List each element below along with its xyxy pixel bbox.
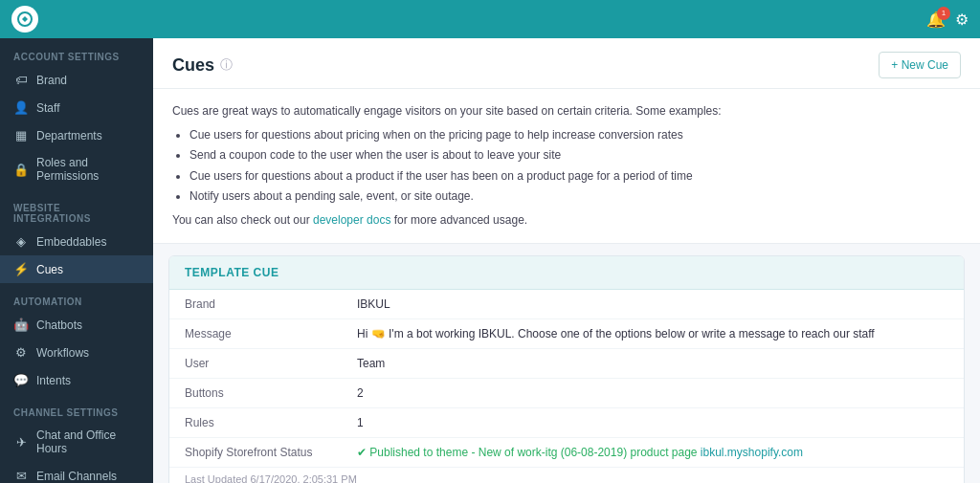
notifications-icon[interactable]: 🔔 1: [926, 11, 946, 29]
buttons-label: Buttons: [185, 386, 357, 400]
sidebar: ACCOUNT SETTINGS 🏷 Brand 👤 Staff ▦ Depar…: [0, 38, 153, 483]
staff-icon: 👤: [13, 100, 29, 115]
cues-icon: ⚡: [13, 262, 29, 276]
sidebar-item-label: Brand: [36, 74, 67, 87]
workflows-icon: ⚙: [13, 345, 29, 360]
template-cue-card: TEMPLATE CUE Brand IBKUL Message Hi 🤜 I'…: [168, 255, 965, 483]
brand-row: Brand IBKUL: [169, 290, 964, 319]
brand-label: Brand: [185, 297, 357, 311]
description-section: Cues are great ways to automatically eng…: [153, 89, 980, 244]
sidebar-item-label: Staff: [36, 101, 59, 115]
example-item: Send a coupon code to the user when the …: [189, 146, 961, 165]
description-text: Cues are great ways to automatically eng…: [172, 102, 961, 121]
shopify-value: ✔ Published to theme - New of work-itg (…: [357, 446, 948, 459]
shopify-link[interactable]: ibkul.myshopify.com: [701, 446, 803, 459]
sidebar-item-chat[interactable]: ✈ Chat and Office Hours: [0, 422, 153, 462]
sidebar-item-label: Workflows: [36, 346, 89, 360]
main-content: Cues ⓘ + New Cue Cues are great ways to …: [153, 38, 980, 483]
page-header: Cues ⓘ + New Cue: [153, 38, 980, 89]
notification-badge: 1: [937, 7, 950, 20]
sidebar-item-staff[interactable]: 👤 Staff: [0, 94, 153, 121]
roles-icon: 🔒: [13, 163, 29, 177]
developer-docs-link[interactable]: developer docs: [313, 213, 390, 227]
topbar-right: 🔔 1 ⚙: [926, 11, 969, 29]
rules-row: Rules 1: [169, 408, 964, 438]
email-icon: ✉: [13, 469, 29, 483]
sidebar-item-label: Cues: [36, 263, 63, 276]
account-settings-section: ACCOUNT SETTINGS: [0, 38, 153, 66]
info-icon[interactable]: ⓘ: [220, 56, 233, 74]
sidebar-item-brand[interactable]: 🏷 Brand: [0, 66, 153, 94]
example-item: Notify users about a pending sale, event…: [189, 187, 961, 206]
sidebar-item-label: Departments: [36, 129, 102, 143]
template-cue-body: Brand IBKUL Message Hi 🤜 I'm a bot worki…: [169, 290, 964, 467]
rules-label: Rules: [185, 416, 357, 429]
page-title-row: Cues ⓘ: [172, 55, 233, 76]
brand-value: IBKUL: [357, 297, 948, 311]
page-title: Cues: [172, 55, 214, 76]
app-logo: [11, 6, 38, 33]
sidebar-item-embeddables[interactable]: ◈ Embeddables: [0, 228, 153, 255]
new-cue-button[interactable]: + New Cue: [879, 52, 961, 78]
chat-icon: ✈: [13, 435, 29, 450]
brand-icon: 🏷: [13, 73, 29, 87]
departments-icon: ▦: [13, 128, 29, 143]
sidebar-item-roles[interactable]: 🔒 Roles and Permissions: [0, 149, 153, 189]
examples-list: Cue users for questions about pricing wh…: [189, 126, 961, 206]
sidebar-item-cues[interactable]: ⚡ Cues: [0, 255, 153, 283]
chatbots-icon: 🤖: [13, 318, 29, 332]
automation-section: AUTOMATION: [0, 283, 153, 311]
sidebar-item-email[interactable]: ✉ Email Channels: [0, 462, 153, 483]
message-row: Message Hi 🤜 I'm a bot working IBKUL. Ch…: [169, 319, 964, 349]
sidebar-item-label: Roles and Permissions: [36, 156, 140, 183]
message-value: Hi 🤜 I'm a bot working IBKUL. Choose one…: [357, 327, 948, 340]
intents-icon: 💬: [13, 373, 29, 387]
topbar: 🔔 1 ⚙: [0, 0, 980, 38]
website-integrations-section: WEBSITE INTEGRATIONS: [0, 189, 153, 228]
sidebar-item-label: Intents: [36, 374, 71, 387]
sidebar-item-label: Chatbots: [36, 318, 82, 332]
sidebar-item-intents[interactable]: 💬 Intents: [0, 366, 153, 394]
cue-footer: Last Updated 6/17/2020, 2:05:31 PM Edit …: [169, 467, 964, 483]
sidebar-item-label: Email Channels: [36, 470, 117, 483]
sidebar-item-label: Embeddables: [36, 235, 106, 249]
sidebar-item-departments[interactable]: ▦ Departments: [0, 121, 153, 149]
last-updated: Last Updated 6/17/2020, 2:05:31 PM: [185, 473, 948, 483]
user-value: Team: [357, 357, 948, 370]
settings-icon[interactable]: ⚙: [955, 11, 969, 29]
sidebar-item-label: Chat and Office Hours: [36, 428, 140, 455]
channel-settings-section: CHANNEL SETTINGS: [0, 394, 153, 422]
template-cue-header: TEMPLATE CUE: [169, 256, 964, 290]
user-row: User Team: [169, 349, 964, 379]
buttons-row: Buttons 2: [169, 379, 964, 408]
developer-docs-text: You can also check out our developer doc…: [172, 211, 961, 230]
example-item: Cue users for questions about pricing wh…: [189, 126, 961, 144]
user-label: User: [185, 357, 357, 370]
rules-value: 1: [357, 416, 948, 429]
sidebar-item-chatbots[interactable]: 🤖 Chatbots: [0, 311, 153, 339]
message-label: Message: [185, 327, 357, 340]
shopify-row: Shopify Storefront Status ✔ Published to…: [169, 438, 964, 467]
example-item: Cue users for questions about a product …: [189, 167, 961, 186]
sidebar-item-workflows[interactable]: ⚙ Workflows: [0, 339, 153, 366]
shopify-status: ✔ Published to theme - New of work-itg (…: [357, 446, 701, 459]
shopify-label: Shopify Storefront Status: [185, 446, 357, 459]
embeddables-icon: ◈: [13, 234, 29, 249]
buttons-value: 2: [357, 386, 948, 400]
